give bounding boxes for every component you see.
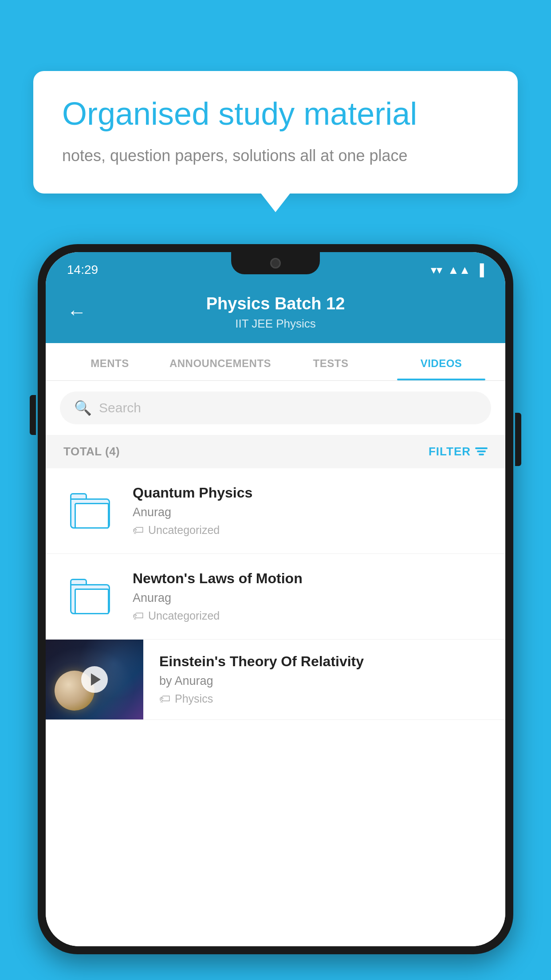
video-title: Quantum Physics xyxy=(133,485,488,501)
play-triangle xyxy=(91,673,101,686)
speech-bubble: Organised study material notes, question… xyxy=(33,71,518,194)
list-item[interactable]: Newton's Laws of Motion Anurag 🏷 Uncateg… xyxy=(46,554,505,640)
notch xyxy=(231,252,320,274)
folder-icon-wrap xyxy=(63,570,117,623)
play-button-icon xyxy=(81,666,108,693)
tag-icon: 🏷 xyxy=(133,524,144,537)
wifi-icon: ▾▾ xyxy=(431,263,442,277)
tag-label: Uncategorized xyxy=(148,609,220,622)
folder-icon xyxy=(70,493,110,529)
video-author: by Anurag xyxy=(159,674,488,688)
video-title: Einstein's Theory Of Relativity xyxy=(159,653,488,670)
header-subtitle: IIT JEE Physics xyxy=(100,317,451,331)
total-label: TOTAL (4) xyxy=(63,445,120,458)
folder-icon xyxy=(70,579,110,614)
header-title: Physics Batch 12 xyxy=(100,294,451,314)
video-tag: 🏷 Physics xyxy=(159,692,488,705)
video-author: Anurag xyxy=(133,591,488,605)
folder-icon-wrap xyxy=(63,484,117,537)
back-button[interactable]: ← xyxy=(67,302,87,322)
video-thumbnail xyxy=(46,640,143,719)
tab-ments[interactable]: MENTS xyxy=(55,343,165,380)
tag-icon: 🏷 xyxy=(159,692,170,705)
tab-announcements[interactable]: ANNOUNCEMENTS xyxy=(165,343,276,380)
search-placeholder[interactable]: Search xyxy=(99,400,141,415)
tab-tests[interactable]: TESTS xyxy=(276,343,386,380)
camera xyxy=(270,258,281,269)
bubble-heading: Organised study material xyxy=(62,95,489,132)
video-title: Newton's Laws of Motion xyxy=(133,570,488,587)
list-item[interactable]: Einstein's Theory Of Relativity by Anura… xyxy=(46,640,505,720)
phone-wrapper: 14:29 ▾▾ ▲▲ ▐ ← Physics Batch 12 IIT JEE… xyxy=(38,244,513,954)
tab-videos[interactable]: VIDEOS xyxy=(386,343,496,380)
tabs-bar: MENTS ANNOUNCEMENTS TESTS VIDEOS xyxy=(46,343,505,381)
video-tag: 🏷 Uncategorized xyxy=(133,609,488,622)
header-title-block: Physics Batch 12 IIT JEE Physics xyxy=(100,294,451,331)
tag-label: Physics xyxy=(175,692,213,705)
video-info: Einstein's Theory Of Relativity by Anura… xyxy=(143,640,488,719)
list-item[interactable]: Quantum Physics Anurag 🏷 Uncategorized xyxy=(46,468,505,554)
phone-screen: 14:29 ▾▾ ▲▲ ▐ ← Physics Batch 12 IIT JEE… xyxy=(46,252,505,946)
bubble-subtext: notes, question papers, solutions all at… xyxy=(62,145,489,167)
signal-icon: ▲▲ xyxy=(448,263,470,277)
phone-outer: 14:29 ▾▾ ▲▲ ▐ ← Physics Batch 12 IIT JEE… xyxy=(38,244,513,954)
status-icons: ▾▾ ▲▲ ▐ xyxy=(431,263,484,277)
video-info: Quantum Physics Anurag 🏷 Uncategorized xyxy=(133,485,488,537)
video-tag: 🏷 Uncategorized xyxy=(133,524,488,537)
filter-funnel-icon xyxy=(475,447,488,455)
status-time: 14:29 xyxy=(67,263,98,277)
video-list: Quantum Physics Anurag 🏷 Uncategorized xyxy=(46,468,505,946)
filter-label: FILTER xyxy=(429,445,471,458)
search-bar-wrap: 🔍 Search xyxy=(46,381,505,435)
filter-row: TOTAL (4) FILTER xyxy=(46,435,505,468)
search-bar[interactable]: 🔍 Search xyxy=(60,391,491,424)
battery-icon: ▐ xyxy=(476,263,484,277)
video-author: Anurag xyxy=(133,506,488,519)
video-info: Newton's Laws of Motion Anurag 🏷 Uncateg… xyxy=(133,570,488,622)
search-icon: 🔍 xyxy=(74,399,92,416)
tag-label: Uncategorized xyxy=(148,524,220,537)
tag-icon: 🏷 xyxy=(133,609,144,622)
app-header: ← Physics Batch 12 IIT JEE Physics xyxy=(46,283,505,343)
filter-button[interactable]: FILTER xyxy=(429,445,488,458)
